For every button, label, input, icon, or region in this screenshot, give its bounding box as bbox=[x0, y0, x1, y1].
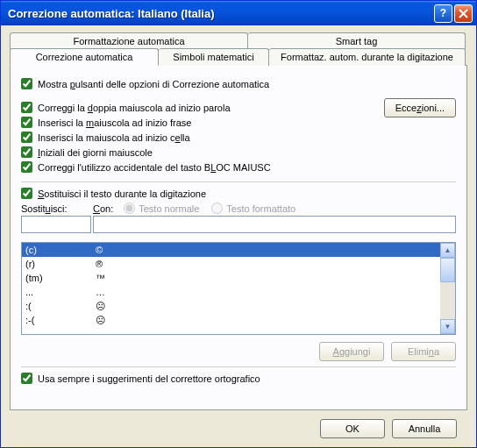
tab-formattaz-digitazione[interactable]: Formattaz. autom. durante la digitazione bbox=[269, 48, 466, 66]
lbl-giorni: Iniziali dei giorni maiuscole bbox=[38, 147, 153, 158]
close-button[interactable] bbox=[454, 4, 473, 23]
scrollbar[interactable]: ▲ ▼ bbox=[440, 243, 455, 334]
list-item[interactable]: ...… bbox=[22, 285, 440, 299]
tab-smart-tag[interactable]: Smart tag bbox=[248, 32, 466, 49]
window-title: Correzione automatica: Italiano (Italia) bbox=[8, 7, 432, 20]
radio-testo-formattato-input bbox=[211, 203, 223, 214]
list-item-key: (tm) bbox=[22, 271, 92, 285]
help-button[interactable]: ? bbox=[434, 4, 452, 23]
list-item[interactable]: (tm)™ bbox=[22, 271, 440, 285]
tab-formattazione-automatica[interactable]: Formattazione automatica bbox=[10, 32, 248, 49]
scroll-up-button[interactable]: ▲ bbox=[440, 243, 455, 258]
lbl-suggerimenti: Usa sempre i suggerimenti del correttore… bbox=[38, 373, 260, 384]
list-item[interactable]: (r)® bbox=[22, 257, 440, 271]
scroll-track[interactable] bbox=[440, 282, 455, 319]
elimina-button[interactable]: Elimina bbox=[391, 342, 456, 361]
annulla-button[interactable]: Annulla bbox=[392, 419, 457, 438]
tab-simboli-matematici[interactable]: Simboli matematici bbox=[159, 48, 269, 66]
ok-button[interactable]: OK bbox=[320, 419, 385, 438]
eccezioni-button[interactable]: Eccezioni... bbox=[384, 98, 456, 117]
radio-testo-normale: Testo normale bbox=[124, 203, 199, 214]
separator bbox=[21, 181, 456, 182]
chk-mostra-pulsanti[interactable] bbox=[21, 78, 32, 89]
lbl-doppia-maiuscola: Correggi la doppia maiuscola ad inizio p… bbox=[38, 103, 231, 113]
chk-doppia-maiuscola[interactable] bbox=[21, 102, 32, 113]
list-item[interactable]: (c)© bbox=[22, 243, 440, 257]
list-item-key: :-( bbox=[22, 313, 92, 327]
tabs: Formattazione automatica Smart tag Corre… bbox=[10, 32, 467, 65]
radio-testo-normale-input bbox=[124, 203, 135, 214]
lbl-sostituisci: Sostituisci: bbox=[21, 203, 93, 214]
row-mostra-pulsanti: Mostra pulsanti delle opzioni di Correzi… bbox=[21, 78, 456, 89]
input-con[interactable] bbox=[93, 216, 456, 233]
list-item-key: (r) bbox=[22, 257, 92, 271]
list-item-value: … bbox=[92, 285, 440, 299]
scroll-down-button[interactable]: ▼ bbox=[440, 319, 455, 334]
chk-suggerimenti[interactable] bbox=[21, 373, 32, 384]
list-item-value: ® bbox=[92, 257, 440, 271]
tab-panel: Mostra pulsanti delle opzioni di Correzi… bbox=[10, 65, 467, 410]
chk-sostituisci-testo[interactable] bbox=[21, 188, 32, 199]
chk-inizio-cella[interactable] bbox=[21, 132, 32, 143]
chk-inizio-frase[interactable] bbox=[21, 117, 32, 128]
aggiungi-button[interactable]: Aggiungi bbox=[319, 342, 384, 361]
input-sostituisci[interactable] bbox=[21, 216, 91, 233]
list-item-value: ☹ bbox=[92, 313, 440, 327]
list-item-value: ™ bbox=[92, 271, 440, 285]
lbl-sostituisci-testo: Sostituisci il testo durante la digitazi… bbox=[38, 188, 206, 199]
separator-2 bbox=[21, 366, 456, 367]
dialog-window: Correzione automatica: Italiano (Italia)… bbox=[0, 0, 477, 448]
chk-giorni[interactable] bbox=[21, 146, 32, 158]
titlebar: Correzione automatica: Italiano (Italia)… bbox=[1, 1, 476, 25]
chk-bloc-maiusc[interactable] bbox=[21, 161, 32, 173]
tab-correzione-automatica[interactable]: Correzione automatica bbox=[10, 48, 159, 66]
list-item-key: (c) bbox=[22, 243, 92, 257]
replace-list[interactable]: (c)©(r)®(tm)™...…:(☹:-(☹ ▲ ▼ bbox=[21, 242, 456, 335]
list-item[interactable]: :-(☹ bbox=[22, 313, 440, 327]
list-item-value: ☹ bbox=[92, 299, 440, 313]
list-item-key: :( bbox=[22, 299, 92, 313]
lbl-con: Con: bbox=[93, 203, 113, 214]
lbl-inizio-cella: Inserisci la maiuscola ad inizio cella bbox=[38, 132, 190, 143]
scroll-thumb[interactable] bbox=[440, 258, 455, 282]
list-item-key: ... bbox=[22, 285, 92, 299]
list-item-value: © bbox=[92, 243, 440, 257]
lbl-bloc-maiusc: Correggi l'utilizzo accidentale del tast… bbox=[38, 162, 271, 173]
list-item[interactable]: :(☹ bbox=[22, 299, 440, 313]
lbl-inizio-frase: Inserisci la maiuscola ad inizio frase bbox=[38, 117, 192, 128]
radio-testo-formattato: Testo formattato bbox=[211, 203, 295, 214]
client-area: Formattazione automatica Smart tag Corre… bbox=[1, 25, 476, 447]
lbl-mostra-pulsanti: Mostra pulsanti delle opzioni di Correzi… bbox=[38, 79, 269, 89]
close-icon bbox=[459, 9, 468, 18]
